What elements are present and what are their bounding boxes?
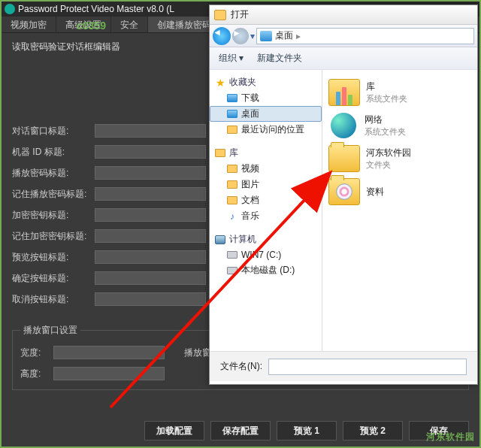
- desktop-icon: [227, 110, 237, 118]
- drive-icon: [227, 267, 237, 274]
- label-remember-key: 记住加密密钥标题:: [12, 230, 95, 243]
- input-remember-pw[interactable]: [95, 187, 206, 201]
- label-preview-btn: 预览按钮标题:: [12, 251, 95, 264]
- dialog-body: ★收藏夹 下载 桌面 最近访问的位置 库 视频 图片 文档 ♪音乐 计算机 WI…: [210, 70, 477, 351]
- folder-icon: [328, 178, 360, 205]
- forward-button[interactable]: ►: [232, 28, 249, 44]
- breadcrumb-label: 桌面: [275, 29, 293, 42]
- label-enc-key: 加密密钥标题:: [12, 209, 95, 222]
- recent-icon: [227, 126, 237, 134]
- document-icon: [227, 196, 237, 204]
- file-hedong[interactable]: 河东软件园文件夹: [327, 142, 473, 175]
- up-chevron-icon[interactable]: ▾: [250, 31, 255, 41]
- label-machine-id: 机器 ID 标题:: [12, 146, 95, 159]
- input-enc-key[interactable]: [95, 208, 206, 222]
- preview1-button[interactable]: 预览 1: [277, 421, 337, 440]
- watermark-code: c0359: [77, 20, 106, 32]
- group-legend: 播放窗口设置: [20, 324, 80, 337]
- drive-icon: [227, 251, 237, 259]
- tree-drive-d[interactable]: 本地磁盘 (D:): [210, 262, 322, 278]
- file-network[interactable]: 网络系统文件夹: [327, 109, 473, 142]
- tab-encrypt[interactable]: 视频加密: [2, 17, 56, 32]
- input-machine-id[interactable]: [95, 145, 206, 159]
- new-folder-button[interactable]: 新建文件夹: [257, 52, 302, 65]
- download-icon: [227, 94, 237, 102]
- picture-icon: [227, 180, 237, 189]
- input-width[interactable]: [53, 346, 165, 359]
- dialog-footer: 文件名(N):: [210, 351, 477, 381]
- desktop-icon: [260, 31, 272, 41]
- tab-security[interactable]: 安全: [111, 17, 148, 32]
- filename-input[interactable]: [268, 359, 467, 375]
- tree-favorites[interactable]: ★收藏夹: [210, 74, 322, 90]
- file-data[interactable]: 资料: [327, 175, 473, 208]
- input-dialog-title[interactable]: [95, 124, 206, 138]
- tree-libraries[interactable]: 库: [210, 145, 322, 161]
- dialog-navbar: ◄ ► ▾ 桌面 ▸: [210, 25, 477, 47]
- network-icon: [328, 112, 358, 139]
- label-height: 高度:: [20, 368, 53, 380]
- chevron-right-icon: ▸: [296, 31, 301, 41]
- input-height[interactable]: [53, 367, 165, 380]
- tree-computer[interactable]: 计算机: [210, 232, 322, 247]
- tree-desktop[interactable]: 桌面: [210, 106, 322, 122]
- computer-icon: [215, 235, 225, 244]
- tree-pictures[interactable]: 图片: [210, 177, 322, 192]
- save-config-button[interactable]: 保存配置: [210, 421, 271, 440]
- bottom-toolbar: 加载配置 保存配置 预览 1 预览 2 保存: [2, 421, 479, 440]
- tree-downloads[interactable]: 下载: [210, 90, 322, 106]
- library-icon: [215, 149, 225, 157]
- back-button[interactable]: ◄: [213, 27, 231, 45]
- dialog-titlebar: 打开: [210, 5, 477, 25]
- video-icon: [227, 165, 237, 173]
- app-title: Password Protect Video Master v8.0 (L: [18, 4, 174, 14]
- tree-recent[interactable]: 最近访问的位置: [210, 122, 322, 138]
- breadcrumb[interactable]: 桌面 ▸: [256, 28, 474, 44]
- label-cancel-btn: 取消按钮标题:: [12, 293, 95, 306]
- dialog-toolbar: 组织 ▾ 新建文件夹: [210, 47, 477, 70]
- tree-documents[interactable]: 文档: [210, 192, 322, 208]
- music-icon: ♪: [226, 210, 238, 222]
- preview2-button[interactable]: 预览 2: [343, 421, 403, 440]
- label-ok-btn: 确定按钮标题:: [12, 272, 95, 285]
- tree-drive-c[interactable]: WIN7 (C:): [210, 247, 322, 262]
- file-libraries[interactable]: 库系统文件夹: [327, 76, 473, 109]
- label-play-pw: 播放密码标题:: [12, 167, 95, 180]
- library-icon: [328, 79, 360, 106]
- input-remember-key[interactable]: [95, 229, 206, 243]
- input-preview-btn[interactable]: [95, 250, 206, 264]
- folder-icon: [328, 145, 360, 172]
- tree-music[interactable]: ♪音乐: [210, 208, 322, 224]
- organize-menu[interactable]: 组织 ▾: [219, 52, 244, 65]
- star-icon: ★: [214, 77, 226, 89]
- input-cancel-btn[interactable]: [95, 292, 206, 306]
- open-dialog: 打开 ◄ ► ▾ 桌面 ▸ 组织 ▾ 新建文件夹 ★收藏夹 下载 桌面 最近访问…: [209, 5, 478, 385]
- filename-label: 文件名(N):: [220, 360, 262, 373]
- input-play-pw[interactable]: [95, 166, 206, 180]
- file-list: 库系统文件夹 网络系统文件夹 河东软件园文件夹 资料: [322, 70, 477, 351]
- label-dialog-title: 对话窗口标题:: [12, 125, 95, 138]
- dialog-title: 打开: [231, 8, 249, 21]
- watermark-site: 河东软件园: [426, 431, 475, 443]
- label-width: 宽度:: [20, 347, 53, 359]
- input-ok-btn[interactable]: [95, 271, 206, 285]
- label-remember-pw: 记住播放密码标题:: [12, 188, 95, 201]
- tree-videos[interactable]: 视频: [210, 161, 322, 177]
- folder-icon: [214, 10, 226, 20]
- nav-tree: ★收藏夹 下载 桌面 最近访问的位置 库 视频 图片 文档 ♪音乐 计算机 WI…: [210, 70, 322, 351]
- load-config-button[interactable]: 加载配置: [144, 421, 204, 440]
